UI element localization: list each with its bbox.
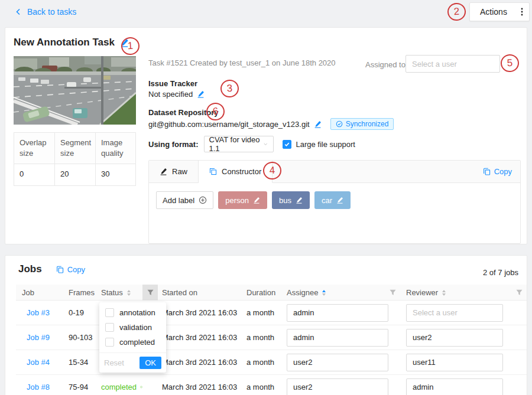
- column-header-reviewer[interactable]: Reviewer: [400, 285, 512, 301]
- add-label-text: Add label: [163, 196, 194, 205]
- filter-option-validation[interactable]: validation: [99, 320, 166, 335]
- label-chip-person[interactable]: person: [218, 191, 267, 209]
- assigned-to-label: Assigned to: [365, 60, 406, 69]
- edit-issue-tracker-icon[interactable]: [197, 90, 205, 98]
- reviewer-input[interactable]: [406, 354, 503, 371]
- assignee-input[interactable]: [287, 329, 388, 347]
- started-cell: March 3rd 2021 16:03: [158, 333, 242, 342]
- filter-funnel-icon: [389, 289, 397, 296]
- param-header-segment: Segment size: [55, 133, 96, 164]
- reviewer-sorter: [442, 290, 446, 296]
- assignee-input[interactable]: [287, 304, 388, 322]
- column-header-duration: Duration: [242, 285, 279, 301]
- filter-reset-button[interactable]: Reset: [104, 358, 124, 367]
- status-completed-text: completed: [101, 383, 137, 391]
- status-cell: completed ?: [96, 383, 142, 391]
- actions-button[interactable]: Actions: [469, 2, 530, 21]
- synchronized-badge[interactable]: Synchronized: [330, 118, 394, 130]
- label-chip-car-text: car: [322, 196, 332, 205]
- param-header-overlap: Overlap size: [14, 133, 55, 164]
- task-meta-text: Task #1521 Created by test_user_1 on Jun…: [148, 58, 336, 67]
- job-link[interactable]: Job #9: [16, 333, 63, 342]
- large-file-support-checkbox[interactable]: [283, 140, 291, 149]
- actions-label: Actions: [480, 7, 507, 17]
- filter-option-annotation[interactable]: annotation: [99, 305, 166, 320]
- assignee-input[interactable]: [287, 354, 388, 371]
- reviewer-input[interactable]: [406, 329, 503, 347]
- labels-copy-label: Copy: [494, 167, 512, 176]
- job-row: Job #4 15-34 March 3rd 2021 16:03 a mont…: [16, 350, 527, 375]
- labels-editor: Raw Constructor Copy Add label person: [148, 160, 521, 244]
- labels-copy-button[interactable]: Copy: [475, 161, 520, 182]
- completed-checkbox[interactable]: [105, 338, 114, 347]
- filter-ok-button[interactable]: OK: [140, 357, 161, 369]
- tab-constructor-label: Constructor: [222, 167, 261, 176]
- assigned-to-input[interactable]: [406, 55, 500, 73]
- label-chip-bus[interactable]: bus: [272, 191, 310, 209]
- plus-circle-icon: [199, 196, 207, 204]
- issue-tracker-label: Issue Tracker: [148, 79, 197, 88]
- back-to-tasks-link[interactable]: Back to tasks: [15, 7, 76, 17]
- copy-icon: [483, 168, 491, 175]
- job-link[interactable]: Job #3: [16, 308, 63, 317]
- large-file-support-label: Large file support: [296, 140, 355, 149]
- synchronized-label: Synchronized: [346, 120, 389, 128]
- tab-raw[interactable]: Raw: [149, 161, 199, 182]
- annotation-checkbox[interactable]: [105, 308, 114, 317]
- job-row: Job #9 90-103 March 3rd 2021 16:03 a mon…: [16, 325, 527, 350]
- check-circle-icon: [336, 120, 343, 128]
- started-cell: March 3rd 2021 16:03: [158, 383, 242, 391]
- jobs-copy-button[interactable]: Copy: [56, 265, 85, 274]
- reviewer-input[interactable]: [406, 304, 503, 322]
- traffic-scene-image: [14, 56, 136, 125]
- job-row: Job #8 75-94 completed ? March 3rd 2021 …: [16, 375, 527, 395]
- check-icon: [284, 141, 290, 148]
- tab-raw-label: Raw: [172, 167, 187, 176]
- jobs-count: 2 of 7 jobs: [483, 268, 518, 277]
- annotation-label: annotation: [119, 308, 155, 317]
- validation-checkbox[interactable]: [105, 323, 114, 332]
- chevron-left-icon: [15, 8, 22, 15]
- filter-funnel-icon: [515, 289, 523, 296]
- column-header-assignee[interactable]: Assignee: [279, 285, 385, 301]
- using-format-label: Using format:: [148, 140, 199, 149]
- started-cell: March 3rd 2021 16:03: [158, 308, 242, 317]
- reviewer-filter-trigger[interactable]: [512, 285, 527, 301]
- label-chip-bus-text: bus: [279, 196, 291, 205]
- column-header-job: Job: [16, 285, 63, 301]
- column-header-status[interactable]: Status: [96, 285, 142, 301]
- block-icon: [209, 168, 217, 175]
- ellipsis-vertical-icon: [521, 7, 523, 17]
- job-link[interactable]: Job #8: [16, 383, 63, 391]
- edit-repository-icon[interactable]: [314, 120, 322, 128]
- chevron-down-icon: [263, 141, 268, 147]
- cvat-task-page: Back to tasks Actions 1 2 3 4 5 6 New An…: [0, 0, 532, 395]
- jobs-table: Job Frames Status Started on Duration As…: [16, 285, 527, 395]
- edit-label-icon[interactable]: [336, 197, 343, 204]
- edit-label-icon[interactable]: [296, 197, 303, 204]
- task-title: New Annotation Task: [14, 37, 115, 48]
- assignee-filter-trigger[interactable]: [385, 285, 400, 301]
- tab-constructor[interactable]: Constructor: [199, 161, 273, 183]
- format-select[interactable]: CVAT for video 1.1: [204, 136, 274, 152]
- edit-label-icon[interactable]: [253, 197, 260, 204]
- param-value-segment: 20: [55, 164, 96, 185]
- task-details-card: New Annotation Task: [5, 27, 527, 244]
- reviewer-input[interactable]: [406, 378, 503, 395]
- frames-cell: 0-19: [63, 308, 96, 317]
- param-header-quality: Image quality: [96, 133, 135, 164]
- pencil-icon: [160, 168, 167, 175]
- job-link[interactable]: Job #4: [16, 358, 63, 367]
- param-value-overlap: 0: [14, 164, 55, 185]
- back-to-tasks-label: Back to tasks: [27, 7, 76, 17]
- started-cell: March 3rd 2021 16:03: [158, 358, 242, 367]
- jobs-card: Jobs Copy 2 of 7 jobs Job Frames Status …: [5, 255, 527, 395]
- callout-2: 2: [447, 2, 466, 21]
- format-select-value: CVAT for video 1.1: [209, 135, 264, 153]
- completed-label: completed: [119, 338, 155, 347]
- label-chip-car[interactable]: car: [314, 191, 351, 209]
- filter-option-completed[interactable]: completed: [99, 335, 166, 350]
- assignee-input[interactable]: [287, 378, 388, 395]
- status-filter-trigger[interactable]: [142, 285, 158, 301]
- add-label-button[interactable]: Add label: [156, 191, 213, 209]
